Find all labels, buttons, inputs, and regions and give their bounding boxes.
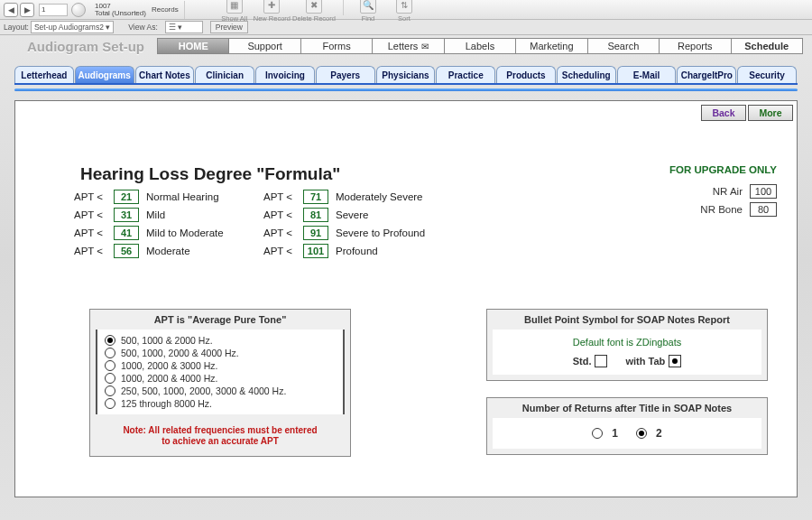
sort-button[interactable]: ⇅Sort xyxy=(387,0,421,23)
soap-bullet-std[interactable]: Std. xyxy=(573,355,608,367)
top-nav-support[interactable]: Support xyxy=(228,38,300,54)
apt-option[interactable]: 500, 1000, 2000 & 4000 Hz. xyxy=(105,348,336,358)
nr-air-value[interactable]: 100 xyxy=(750,184,777,199)
formula-heading: Hearing Loss Degree "Formula" xyxy=(80,164,340,184)
apt-threshold-value[interactable]: 21 xyxy=(114,190,139,204)
dot-bullet-icon xyxy=(669,355,681,367)
apt-threshold-row: APT <81Severe xyxy=(263,208,425,222)
soap-returns-title: Number of Returns after Title in SOAP No… xyxy=(487,398,767,418)
apt-threshold-value[interactable]: 41 xyxy=(114,226,139,240)
tab-physicians[interactable]: Physicians xyxy=(376,66,436,83)
apt-note-line2: to achieve an accurate APT xyxy=(105,436,336,447)
record-wheel-icon[interactable] xyxy=(71,3,86,17)
envelope-icon: ✉ xyxy=(421,42,429,51)
radio-icon xyxy=(105,335,115,346)
apt-threshold-value[interactable]: 71 xyxy=(303,190,328,204)
top-nav-home[interactable]: HOME xyxy=(157,38,229,54)
apt-option[interactable]: 250, 500, 1000, 2000, 3000 & 4000 Hz. xyxy=(105,385,336,396)
tab-scheduling[interactable]: Scheduling xyxy=(557,66,616,83)
apt-threshold-desc: Moderate xyxy=(146,246,190,256)
tab-e-mail[interactable]: E-Mail xyxy=(617,66,677,83)
tab-clinician[interactable]: Clinician xyxy=(195,66,254,83)
apt-note-line1: Note: All related frequencies must be en… xyxy=(105,425,336,436)
soap-returns-option-2[interactable]: 2 xyxy=(636,427,662,440)
accent-bar xyxy=(14,88,798,91)
apt-prefix: APT < xyxy=(263,246,303,256)
apt-option-label: 125 through 8000 Hz. xyxy=(121,398,212,409)
new-record-button[interactable]: ✚New Record xyxy=(254,0,291,23)
delete-record-button[interactable]: ✖Delete Record xyxy=(292,0,336,23)
apt-threshold-desc: Mild xyxy=(146,209,165,220)
tab-security[interactable]: Security xyxy=(737,66,797,83)
apt-option-label: 1000, 2000 & 4000 Hz. xyxy=(121,373,217,384)
record-index-field[interactable]: 1 xyxy=(39,4,68,16)
top-nav-schedule[interactable]: Schedule xyxy=(731,38,803,54)
apt-threshold-value[interactable]: 56 xyxy=(114,244,139,258)
apt-prefix: APT < xyxy=(74,246,114,256)
apt-threshold-value[interactable]: 31 xyxy=(114,208,139,222)
apt-threshold-desc: Normal Hearing xyxy=(146,191,219,202)
find-button[interactable]: 🔍Find xyxy=(351,0,385,23)
soap-returns-box: Number of Returns after Title in SOAP No… xyxy=(486,397,768,455)
tab-audiograms[interactable]: Audiograms xyxy=(75,66,134,83)
tab-practice[interactable]: Practice xyxy=(436,66,495,83)
top-nav-marketing[interactable]: Marketing xyxy=(515,38,587,54)
tab-letterhead[interactable]: Letterhead xyxy=(14,66,74,83)
tab-products[interactable]: Products xyxy=(496,66,556,83)
top-nav-reports[interactable]: Reports xyxy=(659,38,731,54)
apt-definition-box: APT is "Average Pure Tone" 500, 1000 & 2… xyxy=(89,309,351,457)
viewas-dropdown[interactable]: ☰ ▾ xyxy=(165,21,203,33)
tab-payers[interactable]: Payers xyxy=(316,66,375,83)
layout-label: Layout: xyxy=(4,23,29,32)
top-nav-letters[interactable]: Letters✉ xyxy=(372,38,444,54)
apt-threshold-value[interactable]: 91 xyxy=(303,226,328,240)
layout-dropdown[interactable]: Set-up Audiograms2 ▾ xyxy=(31,21,114,33)
radio-icon xyxy=(592,428,603,439)
more-button[interactable]: More xyxy=(748,105,793,121)
soap-bullet-box: Bullet Point Symbol for SOAP Notes Repor… xyxy=(486,309,768,381)
nr-air-label: NR Air xyxy=(713,186,743,197)
soap-bullet-title: Bullet Point Symbol for SOAP Notes Repor… xyxy=(487,310,767,330)
apt-option[interactable]: 1000, 2000 & 3000 Hz. xyxy=(105,360,336,371)
apt-prefix: APT < xyxy=(74,191,114,202)
apt-threshold-row: APT <56Moderate xyxy=(74,244,224,258)
next-record-button[interactable]: ▶ xyxy=(20,3,34,17)
apt-option-label: 1000, 2000 & 3000 Hz. xyxy=(121,360,217,371)
soap-bullet-withtab[interactable]: with Tab xyxy=(625,355,681,367)
apt-prefix: APT < xyxy=(263,191,303,202)
viewas-label: View As: xyxy=(128,23,157,32)
radio-icon xyxy=(105,348,115,358)
apt-option[interactable]: 1000, 2000 & 4000 Hz. xyxy=(105,373,336,384)
nr-bone-value[interactable]: 80 xyxy=(750,202,777,217)
show-all-button[interactable]: ▦Show All xyxy=(217,0,252,23)
page-title: Audiogram Set-up xyxy=(27,39,158,54)
apt-option[interactable]: 125 through 8000 Hz. xyxy=(105,398,336,409)
top-nav-labels[interactable]: Labels xyxy=(444,38,516,54)
radio-icon xyxy=(105,398,115,409)
apt-threshold-row: APT <91Severe to Profound xyxy=(263,226,425,240)
radio-icon xyxy=(105,373,115,384)
tab-chart-notes[interactable]: Chart Notes xyxy=(135,66,195,83)
apt-prefix: APT < xyxy=(74,209,114,220)
apt-prefix: APT < xyxy=(74,228,114,238)
back-button[interactable]: Back xyxy=(701,105,746,121)
tab-chargeitpro[interactable]: ChargeItPro xyxy=(677,66,736,83)
apt-prefix: APT < xyxy=(263,209,303,220)
preview-button[interactable]: Preview xyxy=(210,21,248,33)
radio-icon xyxy=(636,428,647,439)
top-nav-forms[interactable]: Forms xyxy=(300,38,373,54)
top-nav-search[interactable]: Search xyxy=(587,38,660,54)
apt-option-label: 250, 500, 1000, 2000, 3000 & 4000 Hz. xyxy=(121,385,286,396)
apt-threshold-desc: Mild to Moderate xyxy=(146,228,224,238)
apt-option[interactable]: 500, 1000 & 2000 Hz. xyxy=(105,335,336,346)
tab-invoicing[interactable]: Invoicing xyxy=(255,66,315,83)
apt-threshold-row: APT <21Normal Hearing xyxy=(74,190,224,204)
apt-threshold-value[interactable]: 81 xyxy=(303,208,328,222)
apt-threshold-row: APT <41Mild to Moderate xyxy=(74,226,224,240)
apt-threshold-value[interactable]: 101 xyxy=(303,244,328,258)
prev-record-button[interactable]: ◀ xyxy=(4,3,18,17)
apt-box-title: APT is "Average Pure Tone" xyxy=(90,310,350,330)
content-panel: Back More Hearing Loss Degree "Formula" … xyxy=(14,100,798,497)
upgrade-title: FOR UPGRADE ONLY xyxy=(669,164,777,175)
soap-returns-option-1[interactable]: 1 xyxy=(592,427,618,440)
